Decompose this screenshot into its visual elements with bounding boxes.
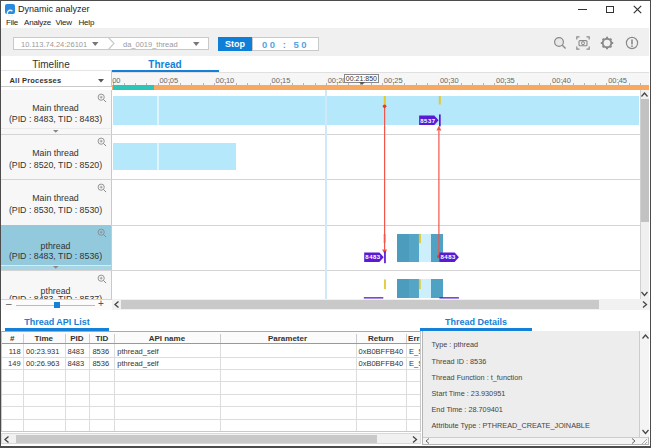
svg-text:8483: 8483 [365,254,381,260]
svg-text:8483: 8483 [441,254,457,260]
svg-text:8537: 8537 [420,118,436,124]
